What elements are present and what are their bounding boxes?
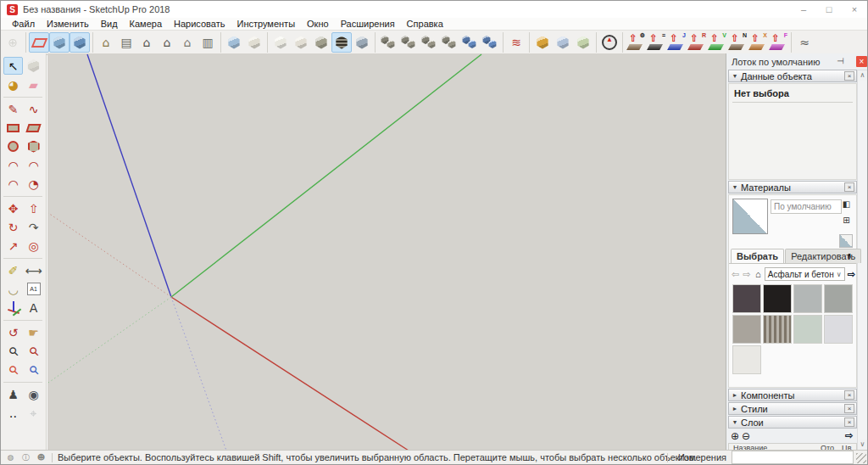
display-section-cuts-button[interactable]	[70, 32, 90, 53]
arc-tool-button[interactable]: ◠	[24, 156, 43, 174]
layer-up-x-button[interactable]: ⇧X	[748, 32, 768, 53]
close-button[interactable]: ×	[842, 1, 867, 18]
compass-crosshair-button[interactable]: ⊕	[3, 32, 23, 53]
scroll-up-icon[interactable]: ∧	[858, 70, 867, 81]
rectangle-tool-button[interactable]	[3, 119, 23, 137]
axes-tool-button[interactable]	[3, 299, 23, 317]
look-around-tool-button[interactable]: ◉	[24, 385, 43, 403]
measurements-input[interactable]	[732, 451, 854, 464]
expand-arrow-icon[interactable]: ►	[729, 406, 741, 412]
view-left-button[interactable]: ▥	[198, 32, 218, 53]
display-section-planes-button[interactable]	[49, 32, 70, 53]
rotate-tool-button[interactable]: ↻	[3, 218, 23, 236]
home-icon[interactable]: ⌂	[754, 268, 763, 281]
section-close-icon[interactable]: ×	[844, 182, 854, 192]
section-layers[interactable]: ▼ Слои ×	[728, 416, 857, 429]
expand-arrow-icon[interactable]: ►	[729, 392, 741, 398]
solar-north-button[interactable]	[599, 32, 620, 53]
section-close-icon[interactable]: ×	[844, 417, 854, 427]
zoom-window-tool-button[interactable]: ⚲	[24, 342, 43, 360]
protractor-tool-button[interactable]: ◡	[3, 280, 23, 298]
collection-dropdown[interactable]: Асфальт и бетон ∨	[765, 267, 845, 281]
make-component-button[interactable]	[24, 57, 43, 75]
solid-union-button[interactable]	[419, 32, 439, 53]
material-swatch-concrete-form-board[interactable]	[763, 315, 792, 344]
resize-grip[interactable]	[856, 453, 866, 463]
zoom-extents-tool-button[interactable]: ⚲	[3, 361, 23, 378]
collapse-arrow-icon[interactable]: ▼	[729, 419, 741, 425]
select-tool-button[interactable]: ↖	[3, 57, 23, 75]
layer-up-j-button[interactable]: ⇧J	[666, 32, 687, 53]
model-viewport[interactable]	[47, 53, 726, 452]
section-components[interactable]: ► Компоненты ×	[728, 389, 857, 401]
layer-up-settings-button[interactable]: ⇧⚙	[626, 32, 646, 53]
line-tool-button[interactable]: ✎	[3, 100, 23, 118]
solid-outer-shell-button[interactable]	[378, 32, 398, 53]
weld-curves-button[interactable]: ≋	[506, 32, 526, 53]
menu-item[interactable]: Справка	[401, 19, 449, 29]
text-tool-button[interactable]: A1	[24, 280, 43, 298]
menu-item[interactable]: Камера	[124, 19, 168, 29]
material-swatch-concrete-brushed[interactable]	[732, 315, 761, 344]
credits-info-button[interactable]: ⓘ	[20, 452, 31, 463]
view-iso-button[interactable]: ⌂	[96, 32, 116, 53]
style-monochrome-button[interactable]	[352, 32, 372, 53]
collapse-arrow-icon[interactable]: ▼	[729, 73, 741, 79]
menu-item[interactable]: Изменить	[41, 19, 95, 29]
material-swatch-asphalt-new[interactable]	[763, 284, 792, 313]
maximize-button[interactable]: □	[816, 1, 842, 18]
eraser-button[interactable]: ▰	[24, 76, 43, 93]
menu-item[interactable]: Окно	[301, 19, 335, 29]
geolocation-button[interactable]: ◍	[5, 452, 16, 463]
create-material-icon[interactable]: ⊞	[840, 214, 853, 227]
style-xray-button[interactable]	[224, 32, 244, 53]
style-back-edges-button[interactable]	[244, 32, 264, 53]
forward-icon[interactable]: ⇨	[742, 268, 751, 281]
simplify-curves-button[interactable]: ≈	[794, 32, 815, 53]
dimension-tool-button[interactable]: ⟷	[24, 261, 43, 279]
paint-bucket-button[interactable]: ◕	[3, 76, 23, 93]
plugin-cube-blue-button[interactable]	[553, 32, 573, 53]
pie-tool-button[interactable]: ◔	[24, 175, 43, 193]
collapse-arrow-icon[interactable]: ▼	[729, 184, 741, 190]
layer-up-f-button[interactable]: ⇧F	[768, 32, 788, 53]
arc-2pt-tool-button[interactable]: ◠	[3, 156, 23, 174]
rotated-rectangle-tool-button[interactable]	[24, 119, 43, 137]
view-front-button[interactable]: ⌂	[136, 32, 157, 53]
view-back-button[interactable]: ⌂	[177, 32, 198, 53]
3d-text-tool-button[interactable]: A	[24, 299, 43, 317]
zoom-tool-button[interactable]: ⚲	[3, 342, 23, 360]
section-close-icon[interactable]: ×	[844, 71, 854, 81]
layer-up-v-button[interactable]: ⇧V	[707, 32, 727, 53]
layers-details-icon[interactable]: ⇨	[843, 429, 855, 442]
plugin-cube-green-button[interactable]	[573, 32, 593, 53]
view-top-button[interactable]: ▤	[116, 32, 136, 53]
section-plane-button[interactable]	[29, 32, 49, 53]
tape-measure-tool-button[interactable]: ✐	[3, 261, 23, 279]
tray-close-icon[interactable]: ×	[856, 56, 867, 67]
section-materials[interactable]: ▼ Материалы ×	[728, 181, 857, 193]
solid-intersect-button[interactable]	[398, 32, 419, 53]
claim-credit-button[interactable]: ☻	[36, 452, 47, 463]
section-entity-info[interactable]: ▼ Данные объекта ×	[728, 70, 857, 82]
material-swatch-concrete-aggregate[interactable]	[824, 284, 853, 313]
push-pull-tool-button[interactable]: ⇧	[24, 199, 43, 217]
style-shaded-button[interactable]	[311, 32, 331, 53]
layer-up-equal-button[interactable]: ⇧=	[646, 32, 666, 53]
material-swatch-concrete-panels[interactable]	[793, 315, 822, 344]
menu-item[interactable]: Инструменты	[231, 19, 301, 29]
secondary-pane-icon[interactable]: ◧	[840, 198, 853, 210]
solid-trim-button[interactable]	[459, 32, 480, 53]
material-swatch-concrete-light[interactable]	[793, 284, 822, 313]
layer-up-r-button[interactable]: ⇧R	[687, 32, 707, 53]
solid-split-button[interactable]	[480, 32, 500, 53]
autohide-pin-icon[interactable]: ⊥	[836, 56, 846, 66]
arc-3pt-tool-button[interactable]: ◠	[3, 175, 23, 193]
scroll-down-icon[interactable]: ∨	[858, 440, 867, 450]
menu-item[interactable]: Файл	[6, 19, 41, 29]
plugin-cube-yellow-button[interactable]	[532, 32, 553, 53]
menu-item[interactable]: Нарисовать	[168, 19, 231, 29]
section-close-icon[interactable]: ×	[844, 404, 854, 413]
tab-select[interactable]: Выбрать	[731, 249, 784, 263]
back-icon[interactable]: ⇦	[731, 268, 740, 281]
